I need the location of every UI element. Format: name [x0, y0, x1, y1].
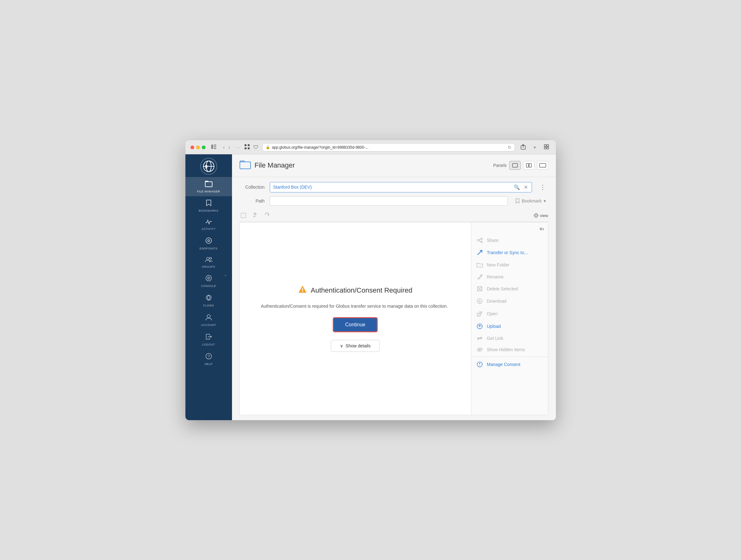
lock-icon: 🔒: [266, 145, 270, 149]
sidebar-item-help[interactable]: ? HELP: [185, 350, 232, 369]
new-folder-action-label: New Folder: [487, 262, 510, 267]
back-btn[interactable]: ‹: [222, 144, 226, 151]
share-action-icon: [476, 238, 483, 243]
view-settings-btn[interactable]: view: [534, 213, 548, 218]
svg-text:g: g: [205, 164, 208, 169]
show-details-btn[interactable]: ∨ Show details: [331, 340, 380, 352]
sidebar-item-activity[interactable]: ACTIVITY: [185, 216, 232, 234]
sidebar-label-logout: LOGOUT: [202, 343, 215, 347]
url-text: app.globus.org/file-manager?origin_id=99…: [272, 145, 506, 149]
sidebar-label-help: HELP: [205, 363, 213, 366]
sidebar-action-transfer[interactable]: Transfer or Sync to...: [471, 246, 548, 259]
sidebar-action-rename[interactable]: Rename: [471, 271, 548, 283]
sidebar-action-upload[interactable]: Upload: [471, 320, 548, 332]
flows-nav-icon: [205, 294, 212, 303]
transfer-action-label: Transfer or Sync to...: [487, 250, 528, 255]
svg-point-38: [534, 213, 538, 217]
address-bar[interactable]: 🔒 app.globus.org/file-manager?origin_id=…: [262, 143, 515, 151]
bookmarks-nav-icon: [206, 199, 211, 208]
sidebar-action-show-hidden[interactable]: Show Hidden Items: [471, 344, 548, 355]
sidebar-action-new-folder[interactable]: New Folder: [471, 259, 548, 271]
svg-rect-2: [214, 146, 216, 147]
sidebar-divider: [471, 357, 548, 357]
panels-label: Panels: [493, 163, 507, 168]
svg-point-44: [302, 291, 303, 292]
path-input[interactable]: [270, 196, 508, 206]
sidebar-item-logout[interactable]: LOGOUT: [185, 330, 232, 350]
fullscreen-traffic-light[interactable]: [202, 145, 206, 149]
view-label: view: [540, 213, 548, 218]
sidebar-item-endpoints[interactable]: ENDPOINTS: [185, 234, 232, 254]
svg-rect-1: [214, 144, 216, 145]
toolbar-right: view: [534, 213, 548, 218]
sidebar-action-get-link[interactable]: Get Link: [471, 332, 548, 344]
sidebar-label-endpoints: ENDPOINTS: [200, 247, 217, 250]
dual-panel-btn[interactable]: [523, 161, 535, 170]
svg-point-19: [206, 238, 211, 243]
new-folder-action-icon: [476, 262, 483, 268]
sidebar-action-download[interactable]: Download: [471, 295, 548, 307]
minimize-traffic-light[interactable]: [196, 145, 200, 149]
sidebar-item-flows[interactable]: FLOWS: [185, 291, 232, 311]
path-row: Path Bookmark ▾: [240, 196, 548, 206]
more-nav-btn[interactable]: ···: [235, 145, 241, 150]
svg-rect-4: [245, 144, 247, 146]
svg-point-25: [208, 278, 209, 279]
sidebar: g FILE MANAGER: [185, 154, 232, 420]
sidebar-item-file-manager[interactable]: FILE MANAGER: [185, 177, 232, 196]
collapse-sidebar-btn[interactable]: ≡‹: [540, 226, 544, 232]
reload-btn[interactable]: ↻: [508, 145, 512, 150]
sidebar-toggle-btn[interactable]: [209, 144, 218, 150]
continue-btn[interactable]: Continue: [333, 317, 378, 332]
browser-window: ‹ › ··· 🛡 🔒 app.globus.org/file-manager?…: [185, 140, 556, 420]
sidebar-action-manage-consent[interactable]: Manage Consent: [471, 358, 548, 371]
main-content: File Manager Panels: [232, 154, 556, 420]
collection-more-btn[interactable]: ⋮: [537, 182, 548, 192]
collection-input[interactable]: Stanford Box (DEV) 🔍 ✕: [270, 182, 532, 192]
open-action-icon: [476, 311, 483, 317]
auth-title: Authentication/Consent Required: [298, 285, 412, 296]
share-page-btn[interactable]: [519, 143, 528, 151]
sidebar-label-file-manager: FILE MANAGER: [197, 190, 220, 193]
sidebar-action-share[interactable]: Share: [471, 234, 548, 246]
chevron-down-icon: ∨: [340, 343, 343, 348]
sidebar-label-activity: ACTIVITY: [201, 228, 216, 231]
sidebar-item-groups[interactable]: GROUPS: [185, 254, 232, 272]
checkbox-toolbar-btn[interactable]: [240, 212, 247, 219]
show-hidden-action-icon: [476, 348, 483, 352]
tab-overview-btn[interactable]: [542, 144, 551, 151]
wide-panel-btn[interactable]: [537, 161, 548, 170]
sidebar-label-account: ACCOUNT: [201, 323, 216, 327]
collection-search-btn[interactable]: 🔍: [513, 184, 521, 190]
file-manager-header-icon: [240, 160, 251, 172]
single-panel-btn[interactable]: [509, 161, 521, 170]
new-tab-btn[interactable]: +: [531, 144, 538, 151]
forward-btn[interactable]: ›: [227, 144, 231, 151]
content-area: Collection Stanford Box (DEV) 🔍 ✕ ⋮ Path: [232, 177, 556, 420]
sidebar-item-bookmarks[interactable]: BOOKMARKS: [185, 196, 232, 216]
collection-clear-btn[interactable]: ✕: [523, 184, 529, 190]
open-action-label: Open: [487, 311, 498, 316]
svg-rect-31: [240, 162, 251, 169]
svg-point-26: [206, 295, 211, 300]
groups-nav-icon: [205, 257, 212, 264]
select-all-checkbox[interactable]: [241, 213, 246, 218]
apps-btn[interactable]: [245, 144, 250, 150]
delete-action-icon: [476, 286, 483, 292]
endpoints-nav-icon: [205, 237, 212, 246]
svg-point-37: [535, 214, 537, 216]
manage-consent-action-label: Manage Consent: [487, 362, 521, 367]
sidebar-item-console[interactable]: CONSOLE ↗: [185, 271, 232, 291]
svg-rect-34: [529, 164, 531, 167]
close-traffic-light[interactable]: [191, 145, 194, 149]
right-sidebar-header: ≡‹: [471, 225, 548, 234]
svg-rect-7: [248, 147, 250, 149]
sidebar-action-open[interactable]: Open: [471, 307, 548, 320]
bookmark-btn[interactable]: Bookmark ▾: [513, 197, 548, 205]
rename-action-icon: [476, 274, 483, 280]
up-dir-btn[interactable]: [251, 211, 259, 220]
sidebar-item-account[interactable]: ACCOUNT: [185, 311, 232, 330]
svg-rect-5: [248, 144, 250, 146]
refresh-btn[interactable]: [263, 211, 271, 220]
sidebar-action-delete[interactable]: Delete Selected: [471, 283, 548, 295]
